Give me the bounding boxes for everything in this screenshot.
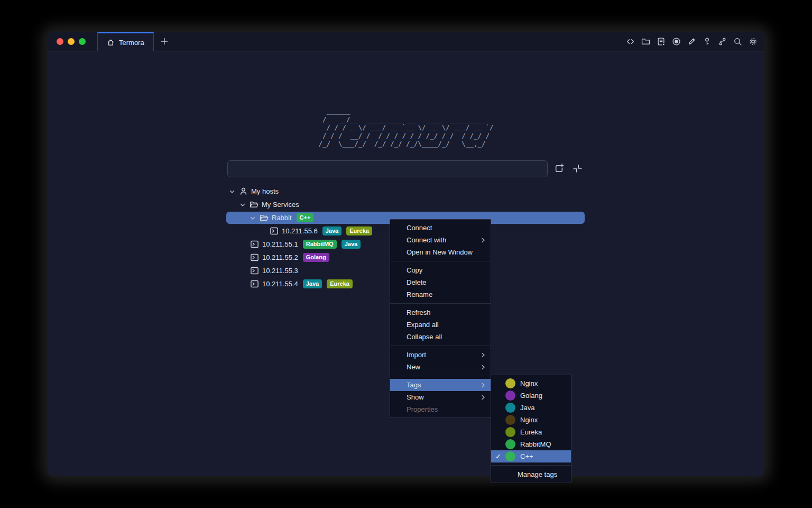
tag-item-eureka[interactable]: Eureka [491, 426, 571, 438]
tag-item-java[interactable]: Java [491, 402, 571, 414]
folder-open-icon [250, 200, 259, 209]
menu-separator [390, 346, 491, 346]
menu-separator [390, 376, 491, 376]
tag-item-nginx-2[interactable]: Nginx [491, 414, 571, 426]
close-window-button[interactable] [57, 38, 63, 45]
collapse-layout-icon [572, 163, 583, 174]
key-icon[interactable] [703, 37, 712, 46]
plus-icon [160, 37, 169, 46]
toolbar [626, 32, 764, 51]
menu-item-import[interactable]: Import [390, 349, 491, 361]
submenu-arrow-icon [481, 395, 486, 400]
menu-item-collapse-all[interactable]: Collapse all [390, 331, 491, 343]
tree-node-label: My Services [262, 201, 299, 208]
submenu-arrow-icon [481, 365, 486, 370]
tree-node-label: My hosts [251, 187, 279, 195]
menu-separator [390, 303, 491, 304]
tag-badge: Eureka [327, 279, 353, 288]
menu-item-label: Show [407, 393, 424, 401]
menu-item-expand-all[interactable]: Expand all [390, 319, 491, 331]
tag-badge: Java [303, 279, 322, 288]
menu-item-show[interactable]: Show [390, 391, 491, 403]
tag-color-dot [505, 415, 515, 425]
branch-icon[interactable] [718, 37, 727, 46]
tag-badge: Golang [303, 253, 329, 262]
search-icon[interactable] [733, 37, 742, 46]
submenu-arrow-icon [481, 352, 486, 358]
main-content: ______ /_ __/__ _________ ___ ____ _____… [48, 51, 764, 476]
tag-badge: Java [342, 240, 361, 249]
menu-item-rename[interactable]: Rename [390, 288, 491, 301]
terminal-icon [250, 266, 259, 275]
log-icon[interactable] [657, 37, 666, 46]
edit-icon[interactable] [687, 37, 696, 46]
folder-icon[interactable] [641, 37, 650, 46]
menu-item-new[interactable]: New [390, 361, 491, 373]
menu-item-connect[interactable]: Connect [390, 222, 491, 234]
tree-node-label: 10.211.55.3 [262, 267, 298, 275]
tag-label: C++ [520, 452, 533, 460]
code-icon[interactable] [626, 37, 635, 46]
terminal-icon [250, 240, 259, 249]
add-host-button[interactable] [553, 162, 565, 174]
tag-badge: Java [322, 226, 342, 235]
terminal-icon [250, 253, 259, 262]
menu-item-copy[interactable]: Copy [390, 264, 491, 276]
home-icon [107, 39, 115, 47]
menu-item-tags[interactable]: Tags [390, 379, 491, 391]
manage-tags-button[interactable]: Manage tags [491, 468, 571, 480]
chevron-down-icon[interactable] [249, 214, 256, 222]
tag-color-dot [505, 439, 515, 449]
submenu-arrow-icon [481, 383, 486, 388]
tag-color-dot [505, 378, 515, 388]
record-icon[interactable] [672, 37, 681, 46]
menu-item-properties[interactable]: Properties [390, 403, 491, 415]
tree-node-label: 10.211.55.6 [282, 227, 318, 235]
tree-node-label: 10.211.55.1 [262, 240, 298, 248]
tag-label: Eureka [520, 428, 542, 436]
menu-item-connect-with[interactable]: Connect with [390, 234, 491, 246]
traffic-lights [48, 32, 97, 51]
tag-label: RabbitMQ [520, 440, 551, 448]
collapse-layout-button[interactable] [571, 162, 583, 174]
menu-item-open-in-new-window[interactable]: Open in New Window [390, 246, 491, 258]
terminal-icon [250, 279, 259, 288]
tag-item-rabbitmq[interactable]: RabbitMQ [491, 438, 571, 450]
minimize-window-button[interactable] [68, 38, 75, 45]
menu-item-refresh[interactable]: Refresh [390, 306, 491, 319]
tag-color-dot [505, 427, 515, 437]
menu-separator [491, 465, 571, 466]
tree-node-label: 10.211.55.4 [262, 280, 298, 288]
menu-item-delete[interactable]: Delete [390, 276, 491, 288]
chevron-down-icon[interactable] [228, 188, 236, 195]
tag-color-dot [505, 391, 515, 401]
termora-window: Termora ______ /_ __/__ _________ ___ __… [48, 32, 764, 476]
add-host-icon [553, 163, 565, 174]
tag-color-dot [505, 403, 515, 413]
checkmark-icon: ✓ [495, 452, 505, 460]
tag-label: Nginx [520, 416, 538, 424]
menu-separator [390, 261, 491, 261]
submenu-arrow-icon [481, 238, 486, 243]
folder-open-icon [260, 213, 269, 222]
settings-gear-icon[interactable] [749, 37, 758, 46]
tag-label: Golang [520, 392, 542, 400]
host-filter-input[interactable] [227, 160, 548, 177]
termora-ascii-logo: ______ /_ __/__ _________ ___ ____ _____… [318, 107, 493, 148]
tab-termora[interactable]: Termora [97, 32, 154, 51]
tag-badge: C++ [297, 213, 314, 222]
user-icon [239, 187, 248, 196]
menu-item-label: New [407, 363, 420, 371]
tree-row-my-hosts[interactable]: My hosts [226, 185, 585, 197]
tag-item-nginx[interactable]: Nginx [491, 377, 571, 389]
tree-row-my-services[interactable]: My Services [226, 198, 585, 211]
tag-badge: Eureka [346, 226, 372, 235]
new-tab-button[interactable] [154, 32, 175, 51]
host-actions [553, 162, 583, 174]
tag-item-cpp[interactable]: ✓ C++ [491, 450, 571, 462]
tag-item-golang[interactable]: Golang [491, 389, 571, 402]
tree-node-label: Rabbit [272, 214, 292, 222]
chevron-down-icon[interactable] [239, 201, 246, 208]
context-menu: Connect Connect with Open in New Window … [390, 219, 491, 418]
zoom-window-button[interactable] [79, 38, 86, 45]
